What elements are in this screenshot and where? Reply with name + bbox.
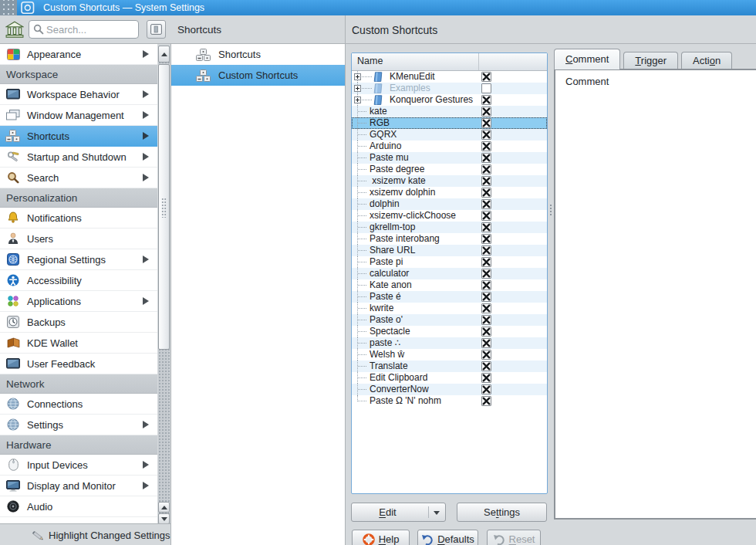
sidebar-item-display-and-monitor[interactable]: Display and Monitor [0,476,157,496]
sidebar-item-applications[interactable]: Applications [0,291,157,312]
sidebar-item-window-management[interactable]: Window Management [0,105,157,126]
tree-row-paste[interactable]: paste ∴ [352,337,547,349]
tree-row-calculator[interactable]: calculator [352,268,547,279]
sidebar-item-connections[interactable]: Connections [0,394,157,415]
highlight-changed-settings-button[interactable]: Highlight Changed Settings [0,523,170,545]
sidebar-item-notifications[interactable]: Notifications [0,208,157,228]
enabled-checkbox[interactable] [481,199,491,209]
enabled-checkbox[interactable] [481,130,491,140]
sidebar-item-shortcuts[interactable]: Shortcuts [0,126,157,147]
reset-button[interactable]: Reset [487,530,541,545]
enabled-checkbox[interactable] [481,292,491,302]
enabled-checkbox[interactable] [481,338,491,348]
sidebar-item-kde-wallet[interactable]: KDE Wallet [0,333,157,354]
tree-row-kate[interactable]: kate [352,106,547,117]
enabled-checkbox[interactable] [481,361,491,371]
tree-row-dolphin[interactable]: dolphin [352,198,547,210]
tree-row-examples[interactable]: Examples [352,83,547,94]
home-button[interactable] [5,21,25,39]
tree-row-paste-mu[interactable]: Paste mu [352,152,547,164]
sidebar-item-accessibility[interactable]: Accessibility [0,270,157,291]
tree-row-paste-pi[interactable]: Paste pi [352,256,547,268]
tree-row-paste-degree[interactable]: Paste degree [352,164,547,175]
tree-row-rgb[interactable]: RGB [352,117,547,129]
sidebar-item-appearance[interactable]: Appearance [0,44,157,65]
tree-row-arduino[interactable]: Arduino [352,140,547,152]
enabled-checkbox[interactable] [481,176,491,186]
search-input[interactable] [46,22,136,37]
tab-action[interactable]: Action [681,52,732,69]
tree-row-edit-clipboard[interactable]: Edit Clipboard [352,372,547,384]
column-header-enabled[interactable] [479,53,547,70]
tree-row-share-url[interactable]: Share URL [352,245,547,256]
enabled-checkbox[interactable] [481,107,491,117]
enabled-checkbox[interactable] [481,327,491,337]
tab-comment[interactable]: Comment [554,49,620,69]
tree-row-xsizemv-clickchoose[interactable]: xsizemv-clickChoose [352,210,547,222]
enabled-checkbox[interactable] [481,269,491,279]
enabled-checkbox[interactable] [481,315,491,325]
enabled-checkbox[interactable] [481,234,491,244]
sidebar-item-search[interactable]: Search [0,168,157,188]
enabled-checkbox[interactable] [481,280,491,290]
category-item-custom-shortcuts[interactable]: Custom Shortcuts [171,65,345,86]
splitter-handle[interactable] [548,52,553,520]
sidebar-item-regional-settings[interactable]: Regional Settings [0,249,157,270]
tree-row-converternow[interactable]: ConverterNow [352,384,547,395]
tree-header[interactable]: Name [352,53,547,71]
titlebar[interactable]: Custom Shortcuts — System Settings [0,0,756,15]
enabled-checkbox[interactable] [481,222,491,232]
tree-row-paste-o[interactable]: Paste o' [352,314,547,326]
tree-row-gqrx[interactable]: GQRX [352,129,547,140]
enabled-checkbox[interactable] [481,188,491,198]
enabled-checkbox[interactable] [481,303,491,313]
enabled-checkbox[interactable] [481,153,491,163]
defaults-button[interactable]: Defaults [417,530,478,545]
tab-trigger[interactable]: Trigger [623,52,678,69]
tree-row-paste-interobang[interactable]: Paste interobang [352,233,547,245]
panel-toggle-button[interactable] [147,20,166,39]
tree-row-welsh[interactable]: Welsh ŵ [352,349,547,361]
expander-icon[interactable] [354,96,361,103]
tree-row-paste[interactable]: Paste é [352,291,547,303]
sidebar-item-workspace-behavior[interactable]: Workspace Behavior [0,84,157,105]
tree-row-translate[interactable]: Translate [352,361,547,372]
tree-row-xsizemv-kate[interactable]: xsizemv kate [352,175,547,187]
comment-editor[interactable]: Comment [554,69,756,520]
tree-row-konqueror-gestures[interactable]: Konqueror Gestures [352,94,547,106]
sidebar-item-users[interactable]: Users [0,228,157,249]
tree-row-kate-anon[interactable]: Kate anon [352,279,547,291]
sidebar-item-startup-and-shutdown[interactable]: Startup and Shutdown [0,147,157,168]
tree-row-spectacle[interactable]: Spectacle [352,326,547,337]
sidebar-item-backups[interactable]: Backups [0,312,157,333]
expander-icon[interactable] [354,73,361,80]
enabled-checkbox[interactable] [481,384,491,394]
sidebar-item-input-devices[interactable]: Input Devices [0,455,157,476]
enabled-checkbox[interactable] [481,245,491,256]
enabled-checkbox[interactable] [481,373,491,383]
tree-row-xsizemv-dolphin[interactable]: xsizemv dolphin [352,187,547,198]
enabled-checkbox[interactable] [481,83,491,93]
scrollbar-up-button[interactable] [158,502,170,513]
enabled-checkbox[interactable] [481,257,491,267]
enabled-checkbox[interactable] [481,72,491,82]
scrollbar-down-button[interactable] [158,513,170,524]
tree-row-kmenuedit[interactable]: KMenuEdit [352,71,547,83]
enabled-checkbox[interactable] [481,396,491,406]
search-field[interactable] [29,20,139,39]
enabled-checkbox[interactable] [481,350,491,360]
column-header-name[interactable]: Name [352,53,479,70]
sidebar-item-user-feedback[interactable]: User Feedback [0,354,157,374]
sidebar-item-audio[interactable]: Audio [0,496,157,517]
edit-button[interactable]: Edit [351,503,446,522]
tree-row-gkrellm-top[interactable]: gkrellm-top [352,222,547,233]
expander-icon[interactable] [354,85,361,92]
category-item-shortcuts[interactable]: Shortcuts [171,44,345,65]
help-button[interactable]: Help [352,530,410,545]
enabled-checkbox[interactable] [481,164,491,174]
enabled-checkbox[interactable] [481,211,491,221]
tree-row-paste-n-nohm[interactable]: Paste Ω 'N' nohm [352,395,547,407]
enabled-checkbox[interactable] [481,118,491,128]
sidebar-scrollbar-thumb[interactable] [158,64,170,350]
enabled-checkbox[interactable] [481,95,491,105]
